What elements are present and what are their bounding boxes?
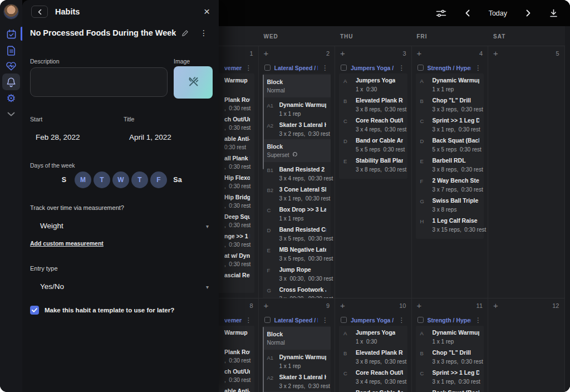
day-toggle-W[interactable]: W bbox=[111, 171, 130, 189]
add-workout-button[interactable]: + bbox=[264, 302, 269, 310]
add-custom-measurement-link[interactable]: Add custom measurement bbox=[30, 240, 104, 247]
day-toggle-S[interactable]: S bbox=[55, 171, 73, 189]
add-workout-button[interactable]: + bbox=[493, 50, 498, 57]
exercise-item[interactable]: B23 Cone Lateral Slide3 x 1 rep, 00:30 r… bbox=[263, 183, 331, 203]
end-date-value[interactable]: April 1, 2022 bbox=[129, 133, 171, 141]
workout-title[interactable]: vement Q... bbox=[224, 317, 242, 324]
exercise-item[interactable]: FJump Rope3 x 00:30, 00:30 rest bbox=[263, 263, 331, 283]
exercise-item[interactable]: DBack Squat (Back Off Set)5 x 5 reps 0:3… bbox=[416, 386, 484, 392]
kebab-menu-icon[interactable]: ⋮ bbox=[399, 317, 405, 324]
entry-type-select-value[interactable]: Yes/No bbox=[40, 282, 64, 291]
workout-title[interactable]: Lateral Speed / Plyo bbox=[274, 65, 318, 71]
add-workout-button[interactable]: + bbox=[417, 50, 422, 57]
kebab-menu-icon[interactable]: ⋮ bbox=[475, 65, 481, 71]
workout-card-header[interactable]: Lateral Speed / Plyo⋮ bbox=[263, 62, 331, 74]
back-button[interactable] bbox=[31, 6, 48, 18]
workout-card-header[interactable]: Jumpers Yoga / Core⋮ bbox=[339, 62, 407, 74]
close-icon[interactable]: × bbox=[204, 7, 210, 17]
exercise-item[interactable]: BElevated Plank Row3 x 8 reps, 0:30 rest bbox=[339, 94, 407, 114]
kebab-menu-icon[interactable]: ⋮ bbox=[475, 317, 481, 324]
sidebar-item-settings[interactable]: ⚙ bbox=[0, 90, 22, 106]
kebab-menu-icon[interactable]: ⋮ bbox=[245, 317, 252, 324]
exercise-item[interactable]: DBand or Cable Anti Rotati...5 x 5 reps … bbox=[339, 386, 407, 392]
workout-checkbox[interactable] bbox=[417, 65, 424, 71]
workout-checkbox[interactable] bbox=[341, 317, 347, 323]
exercise-item[interactable]: A1Dynamic Warmup1 x 1 rep bbox=[263, 99, 331, 119]
exercise-item[interactable]: AJumpers Yoga1 x 0:30 bbox=[339, 326, 407, 346]
start-date-value[interactable]: Feb 28, 2022 bbox=[36, 133, 80, 141]
add-workout-button[interactable]: + bbox=[493, 302, 498, 310]
exercise-item[interactable]: H1 Leg Calf Raise3 x 15 reps, 0:30 rest bbox=[416, 214, 484, 234]
workout-title[interactable]: Jumpers Yoga / Core bbox=[351, 65, 395, 71]
sidebar-item-calendar[interactable] bbox=[0, 26, 22, 42]
exercise-item[interactable]: A1Dynamic Warmup1 x 1 rep bbox=[263, 351, 331, 371]
kebab-menu-icon[interactable]: ⋮ bbox=[399, 65, 405, 71]
exercise-item[interactable]: CSprint >> 1 Leg Declarations3 x 1 rep, … bbox=[416, 366, 484, 386]
habit-kebab-menu-icon[interactable]: ⋮ bbox=[200, 28, 208, 37]
workout-title[interactable]: Lateral Speed / Plyo bbox=[274, 317, 318, 324]
download-icon[interactable] bbox=[549, 9, 558, 18]
day-toggle-T[interactable]: T bbox=[92, 171, 111, 189]
exercise-item[interactable]: EMB Negative Lateral Hop...3 x 5 reps, 0… bbox=[263, 243, 331, 263]
exercise-item[interactable]: CBox Drop >> 3 Lateral H...1 x 1 reps bbox=[263, 203, 331, 223]
workout-checkbox[interactable] bbox=[264, 65, 271, 71]
exercise-item[interactable]: DBack Squat (Back Off Set)5 x 5 reps 0:3… bbox=[416, 134, 484, 154]
exercise-item[interactable]: AJumpers Yoga1 x 0:30 bbox=[339, 74, 407, 94]
exercise-item[interactable]: EBarbell RDL3 x 8 reps, 0:30 rest bbox=[416, 154, 484, 174]
add-workout-button[interactable]: + bbox=[340, 302, 345, 310]
exercise-item[interactable]: A2Skater 3 Lateral Hops >> ...3 x 2 reps… bbox=[263, 119, 331, 139]
add-workout-button[interactable]: + bbox=[340, 50, 345, 57]
exercise-item[interactable]: ADynamic Warmup1 x 1 rep bbox=[416, 326, 484, 346]
exercise-item[interactable]: GCross Footwork Jump Rope3 x 00:30, 00:3… bbox=[263, 283, 331, 298]
exercise-item[interactable]: ADynamic Warmup1 x 1 rep bbox=[416, 74, 484, 94]
kebab-menu-icon[interactable]: ⋮ bbox=[322, 317, 328, 324]
next-week-button[interactable] bbox=[526, 9, 530, 17]
sidebar-item-health[interactable] bbox=[0, 58, 22, 75]
workout-checkbox[interactable] bbox=[264, 317, 271, 323]
measurement-caret-icon[interactable]: ▾ bbox=[206, 223, 209, 229]
exercise-item[interactable]: BChop "L" Drill3 x 3 reps, 0:30 rest bbox=[416, 346, 484, 366]
add-workout-button[interactable]: + bbox=[417, 302, 422, 310]
filter-sliders-icon[interactable] bbox=[436, 9, 446, 18]
prev-week-button[interactable] bbox=[465, 9, 470, 17]
workout-title[interactable]: Strength / Hypertro... bbox=[428, 317, 471, 324]
kebab-menu-icon[interactable]: ⋮ bbox=[322, 65, 328, 71]
edit-pencil-icon[interactable] bbox=[181, 30, 189, 37]
habit-image-thumbnail[interactable] bbox=[174, 66, 213, 99]
user-avatar[interactable] bbox=[3, 4, 19, 19]
workout-title[interactable]: Strength / Hypertro... bbox=[428, 65, 471, 71]
description-input[interactable] bbox=[30, 67, 168, 97]
exercise-item[interactable]: CCore Reach Out/Under3 x 4 reps, 0:30 re… bbox=[339, 114, 407, 134]
kebab-menu-icon[interactable]: ⋮ bbox=[245, 65, 252, 71]
exercise-item[interactable]: CCore Reach Out/Under3 x 4 reps, 0:30 re… bbox=[339, 366, 407, 386]
exercise-item[interactable]: DBand or Cable Anti Rotati...5 x 5 reps … bbox=[339, 134, 407, 154]
exercise-item[interactable]: EStability Ball Plank Linear ...3 x 8 re… bbox=[339, 154, 407, 174]
exercise-item[interactable]: B1Band Resisted 2 Step Late...3 x 4 reps… bbox=[263, 163, 331, 183]
day-toggle-Sa[interactable]: Sa bbox=[168, 171, 187, 189]
workout-title[interactable]: Jumpers Yoga / Core bbox=[351, 317, 395, 324]
entry-type-caret-icon[interactable]: ▾ bbox=[206, 284, 209, 290]
measurement-select-value[interactable]: Weight bbox=[40, 222, 63, 230]
exercise-item[interactable]: A2Skater 3 Lateral Hops >> ...3 x 2 reps… bbox=[263, 371, 331, 391]
sidebar-item-more[interactable] bbox=[0, 106, 22, 122]
workout-card-header[interactable]: Strength / Hypertro...⋮ bbox=[416, 62, 484, 74]
day-toggle-T[interactable]: T bbox=[130, 171, 149, 189]
add-workout-button[interactable]: + bbox=[264, 50, 269, 57]
day-toggle-F[interactable]: F bbox=[149, 171, 168, 189]
workout-checkbox[interactable] bbox=[341, 65, 347, 71]
exercise-item[interactable]: F2 Way Bench Step Up3 x 7 reps, 0:30 res… bbox=[416, 174, 484, 194]
workout-card-header[interactable]: Strength / Hypertro...⋮ bbox=[416, 314, 484, 326]
template-checkbox[interactable] bbox=[30, 306, 39, 315]
exercise-item[interactable]: BChop "L" Drill3 x 3 reps, 0:30 rest bbox=[416, 94, 484, 114]
exercise-item[interactable]: DBand Resisted Crossover...3 x 5 reps, 0… bbox=[263, 223, 331, 243]
exercise-item[interactable]: BElevated Plank Row3 x 8 reps, 0:30 rest bbox=[339, 346, 407, 366]
day-toggle-M[interactable]: M bbox=[73, 171, 92, 189]
workout-card-header[interactable]: Lateral Speed / Plyo⋮ bbox=[263, 314, 331, 326]
sidebar-item-programs[interactable] bbox=[0, 42, 22, 58]
sidebar-item-notifications[interactable] bbox=[0, 74, 22, 90]
exercise-item[interactable]: CSprint >> 1 Leg Declarations3 x 1 rep, … bbox=[416, 114, 484, 134]
today-button[interactable]: Today bbox=[489, 9, 507, 17]
workout-checkbox[interactable] bbox=[417, 317, 424, 323]
workout-card-header[interactable]: Jumpers Yoga / Core⋮ bbox=[339, 314, 407, 326]
exercise-item[interactable]: GSwiss Ball Triple Threat3 x 8 reps bbox=[416, 194, 484, 214]
